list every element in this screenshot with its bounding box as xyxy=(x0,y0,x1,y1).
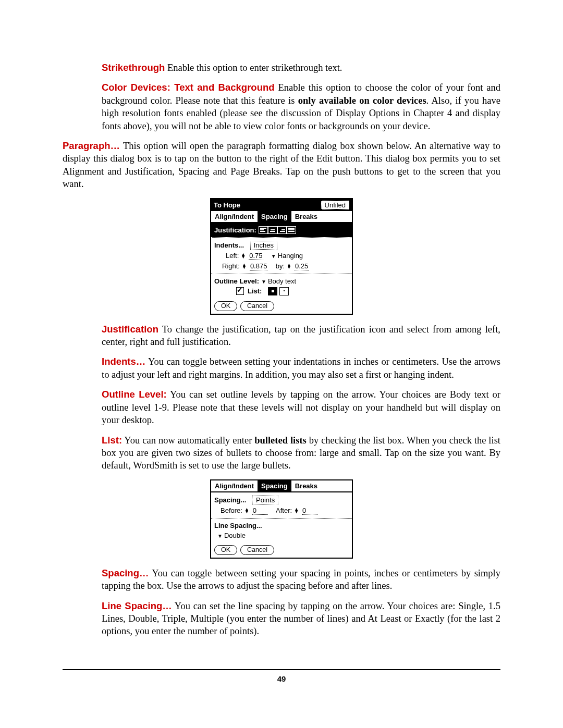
para-list: List: You can now automatically enter bu… xyxy=(102,434,500,472)
term-justification: Justification xyxy=(102,324,158,335)
line-spacing-section: Line Spacing... Double xyxy=(211,519,352,542)
term-strikethrough: Strikethrough xyxy=(102,62,165,73)
body-spacing: You can toggle between setting your spac… xyxy=(102,568,500,591)
page-number: 49 xyxy=(277,674,286,683)
justify-full-icon[interactable] xyxy=(287,226,296,234)
justification-icons xyxy=(259,226,296,234)
ok-button-2[interactable]: OK xyxy=(214,545,237,555)
category-selector[interactable]: Unfiled xyxy=(321,201,349,209)
indented-section-3: Spacing… You can toggle between setting … xyxy=(102,567,500,638)
para-color-devices: Color Devices: Text and Background Enabl… xyxy=(102,81,500,132)
left-indent-spinner[interactable] xyxy=(241,253,246,258)
list-label: List: xyxy=(248,287,262,295)
spacing-dialog: Align/Indent Spacing Breaks Spacing... P… xyxy=(210,479,353,559)
right-indent-spinner[interactable] xyxy=(242,264,247,269)
dialog1-tabs: Align/Indent Spacing Breaks xyxy=(211,211,352,223)
term-outline: Outline Level: xyxy=(102,389,167,400)
justify-right-icon[interactable] xyxy=(277,226,287,234)
dialog2-buttons: OK Cancel xyxy=(211,542,352,558)
bullet-small-option[interactable] xyxy=(279,287,289,295)
body-list-1: You can now automatically enter xyxy=(122,435,254,446)
tab2-align-indent[interactable]: Align/Indent xyxy=(211,480,258,491)
before-label: Before: xyxy=(221,507,242,514)
tab-spacing[interactable]: Spacing xyxy=(258,211,291,222)
dialog1-buttons: OK Cancel xyxy=(211,299,352,314)
dialog1-wrap: To Hope Unfiled Align/Indent Spacing Bre… xyxy=(63,198,500,315)
outline-level-label: Outline Level: xyxy=(214,277,259,285)
term-spacing: Spacing… xyxy=(102,567,149,578)
dialog2-wrap: Align/Indent Spacing Breaks Spacing... P… xyxy=(63,479,500,559)
line-spacing-label: Line Spacing... xyxy=(214,522,262,529)
left-indent-label: Left: xyxy=(226,252,239,260)
justify-center-icon[interactable] xyxy=(268,226,277,234)
tab2-breaks[interactable]: Breaks xyxy=(291,480,321,491)
term-list: List: xyxy=(102,435,122,446)
by-value[interactable]: 0.25 xyxy=(295,262,309,270)
para-justification: Justification To change the justificatio… xyxy=(102,323,500,349)
tab2-spacing[interactable]: Spacing xyxy=(258,480,291,491)
bold-only-color: only available on color devices xyxy=(298,95,426,106)
justification-label: Justification: xyxy=(214,226,256,234)
spacing-section: Spacing... Points Before: 0 After: 0 xyxy=(211,492,352,519)
para-paragraph-option: Paragraph… This option will open the par… xyxy=(63,140,500,191)
by-label: by: xyxy=(276,262,285,270)
indented-section-2: Justification To change the justificatio… xyxy=(102,323,500,472)
dialog2-tabs: Align/Indent Spacing Breaks xyxy=(211,480,352,492)
para-outline-level: Outline Level: You can set outline level… xyxy=(102,388,500,426)
para-spacing: Spacing… You can toggle between setting … xyxy=(102,567,500,593)
by-spinner[interactable] xyxy=(287,264,291,269)
cancel-button[interactable]: Cancel xyxy=(240,301,274,311)
right-indent-label: Right: xyxy=(222,262,240,270)
justification-row: Justification: xyxy=(211,223,352,238)
after-label: After: xyxy=(276,507,292,514)
tab-align-indent[interactable]: Align/Indent xyxy=(211,211,258,222)
dialog1-titlebar: To Hope Unfiled xyxy=(211,199,352,211)
page-footer: 49 xyxy=(63,669,500,683)
ok-button[interactable]: OK xyxy=(214,301,237,311)
bullet-large-option[interactable] xyxy=(268,287,277,295)
right-indent-value[interactable]: 0.875 xyxy=(250,262,268,270)
justify-left-icon[interactable] xyxy=(259,226,268,234)
outline-level-dropdown[interactable]: Body text xyxy=(261,277,296,285)
indented-section-1: Strikethrough Enable this option to ente… xyxy=(102,61,500,132)
spacing-label: Spacing... xyxy=(214,496,246,504)
hanging-dropdown[interactable]: Hanging xyxy=(271,252,303,260)
line-spacing-dropdown[interactable]: Double xyxy=(217,532,246,539)
list-checkbox[interactable] xyxy=(236,287,244,295)
indents-label: Indents... xyxy=(214,241,244,249)
para-indents: Indents… You can toggle between setting … xyxy=(102,355,500,381)
indents-section: Indents... Inches Left: 0.75 Hanging Rig… xyxy=(211,238,352,274)
para-strikethrough: Strikethrough Enable this option to ente… xyxy=(102,61,500,74)
dialog1-title: To Hope xyxy=(214,201,240,209)
after-spinner[interactable] xyxy=(294,508,299,513)
term-indents: Indents… xyxy=(102,356,145,367)
spacing-unit-selector[interactable]: Points xyxy=(252,496,278,504)
term-color-devices: Color Devices: Text and Background xyxy=(102,82,275,93)
body-paragraph: This option will open the paragraph form… xyxy=(63,141,500,189)
before-spinner[interactable] xyxy=(244,508,249,513)
term-paragraph: Paragraph… xyxy=(63,140,120,151)
indents-unit-selector[interactable]: Inches xyxy=(250,241,277,250)
paragraph-dialog: To Hope Unfiled Align/Indent Spacing Bre… xyxy=(210,198,353,315)
para-line-spacing: Line Spacing… You can set the line spaci… xyxy=(102,600,500,638)
after-value[interactable]: 0 xyxy=(302,507,317,515)
body-strikethrough: Enable this option to enter strikethroug… xyxy=(165,63,342,73)
tab-breaks[interactable]: Breaks xyxy=(291,211,321,222)
cancel-button-2[interactable]: Cancel xyxy=(240,545,274,555)
bold-bulleted-lists: bulleted lists xyxy=(254,435,307,446)
outline-list-section: Outline Level: Body text List: xyxy=(211,274,352,299)
before-value[interactable]: 0 xyxy=(252,507,268,515)
term-line-spacing: Line Spacing… xyxy=(102,600,172,611)
left-indent-value[interactable]: 0.75 xyxy=(249,252,263,260)
document-page: Strikethrough Enable this option to ente… xyxy=(0,0,563,714)
body-justification: To change the justification, tap on the … xyxy=(102,324,500,347)
body-indents: You can toggle between setting your inde… xyxy=(102,356,500,379)
